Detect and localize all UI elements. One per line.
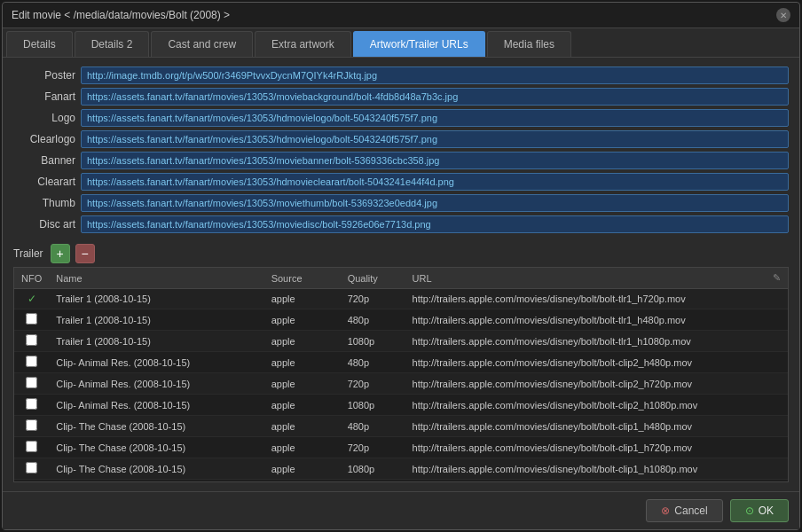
nfo-cell xyxy=(14,395,49,416)
nfo-cell: ✓ xyxy=(14,289,49,309)
nfo-cell xyxy=(14,309,49,331)
banner-row: Banner xyxy=(13,152,789,169)
logo-input[interactable] xyxy=(81,109,789,127)
edit-cell xyxy=(766,373,788,395)
nfo-checkbox[interactable] xyxy=(26,441,37,452)
table-header-row: NFO Name Source Quality URL ✎ xyxy=(14,268,788,289)
table-row: Trailer 1 (2008-10-15)apple480phttp://tr… xyxy=(14,309,788,331)
source-cell: apple xyxy=(264,395,341,416)
edit-cell xyxy=(766,331,788,352)
url-cell: http://trailers.apple.com/movies/disney/… xyxy=(405,458,766,480)
col-name: Name xyxy=(49,268,263,289)
discart-input[interactable] xyxy=(81,215,789,233)
source-cell: YouTube xyxy=(264,480,341,483)
remove-trailer-button[interactable]: − xyxy=(75,244,95,263)
nfo-checkbox[interactable] xyxy=(26,377,37,388)
edit-movie-dialog: Edit movie < /media/data/movies/Bolt (20… xyxy=(2,2,800,530)
close-button[interactable]: ✕ xyxy=(776,8,790,22)
trailer-header: Trailer + − xyxy=(13,244,789,263)
source-cell: apple xyxy=(264,289,341,309)
quality-cell: 720p xyxy=(341,289,405,309)
ok-label: OK xyxy=(759,505,774,517)
tab-media-files[interactable]: Media files xyxy=(487,31,571,57)
fanart-input[interactable] xyxy=(81,88,789,106)
table-row: Clip- Animal Res. (2008-10-15)apple720ph… xyxy=(14,373,788,395)
tab-details2[interactable]: Details 2 xyxy=(75,31,150,57)
col-quality: Quality xyxy=(341,268,405,289)
trailer-table-wrapper: NFO Name Source Quality URL ✎ ✓Trailer 1… xyxy=(13,267,789,482)
cancel-button[interactable]: ⊗ Cancel xyxy=(646,499,722,522)
nfo-cell xyxy=(14,352,49,373)
edit-cell xyxy=(766,437,788,458)
source-cell: apple xyxy=(264,373,341,395)
tab-cast-crew[interactable]: Cast and crew xyxy=(151,31,253,57)
edit-cell xyxy=(766,289,788,309)
url-cell: http://trailers.apple.com/movies/disney/… xyxy=(405,331,766,352)
table-row: Clip- The Chase (2008-10-15)apple720phtt… xyxy=(14,437,788,458)
footer: ⊗ Cancel ⊙ OK xyxy=(3,491,799,529)
discart-row: Disc art xyxy=(13,215,789,233)
banner-input[interactable] xyxy=(81,152,789,169)
url-cell: http://trailers.apple.com/movies/disney/… xyxy=(405,395,766,416)
tab-extra-artwork[interactable]: Extra artwork xyxy=(255,31,351,57)
col-source: Source xyxy=(264,268,341,289)
tab-artwork-trailer[interactable]: Artwork/Trailer URLs xyxy=(353,31,485,57)
name-cell: Clip- Animal Res. (2008-10-15) xyxy=(49,395,263,416)
nfo-cell xyxy=(14,416,49,437)
clearart-label: Clearart xyxy=(13,176,75,188)
logo-row: Logo xyxy=(13,109,789,127)
source-cell: apple xyxy=(264,458,341,480)
table-row: Trailer 1 (2008-10-15)apple1080phttp://t… xyxy=(14,331,788,352)
nfo-checkbox[interactable] xyxy=(26,462,37,473)
url-cell: http://trailers.apple.com/movies/disney/… xyxy=(405,437,766,458)
nfo-checkbox[interactable] xyxy=(26,334,37,346)
col-url: URL xyxy=(405,268,766,289)
name-cell: Clip- The Chase (2008-10-15) xyxy=(49,416,263,437)
artwork-fields: Poster Fanart Logo Clearlogo Banner xyxy=(13,66,789,233)
poster-label: Poster xyxy=(13,69,75,82)
source-cell: apple xyxy=(264,416,341,437)
nfo-checkbox[interactable] xyxy=(26,313,37,325)
name-cell: Trailer 1 (2008-10-15) xyxy=(49,289,263,309)
clearlogo-label: Clearlogo xyxy=(13,133,75,145)
quality-cell: 720p xyxy=(341,373,405,395)
name-cell: Trailer 1 (2008-10-15) xyxy=(49,331,263,352)
source-cell: apple xyxy=(264,437,341,458)
nfo-checkbox[interactable] xyxy=(26,398,37,410)
poster-row: Poster xyxy=(13,66,789,84)
nfo-checkbox[interactable] xyxy=(26,419,37,431)
name-cell: Clip- The Chase (2008-10-15) xyxy=(49,458,263,480)
nfo-checkbox[interactable] xyxy=(26,356,37,367)
source-cell: apple xyxy=(264,352,341,373)
table-row: ✓Trailer 1 (2008-10-15)apple720phttp://t… xyxy=(14,289,788,309)
title-bar: Edit movie < /media/data/movies/Bolt (20… xyxy=(3,3,799,28)
tab-details[interactable]: Details xyxy=(6,31,73,57)
col-nfo: NFO xyxy=(14,268,49,289)
banner-label: Banner xyxy=(13,154,75,167)
quality-cell: 480p xyxy=(341,416,405,437)
poster-input[interactable] xyxy=(81,66,789,84)
quality-cell: 1080p xyxy=(341,458,405,480)
name-cell: Clip- The Chase (2008-10-15) xyxy=(49,437,263,458)
clearlogo-input[interactable] xyxy=(81,130,789,148)
edit-cell xyxy=(766,395,788,416)
source-cell: apple xyxy=(264,309,341,331)
thumb-row: Thumb xyxy=(13,194,789,212)
trailer-table-body: ✓Trailer 1 (2008-10-15)apple720phttp://t… xyxy=(14,289,788,483)
logo-label: Logo xyxy=(13,112,75,124)
thumb-label: Thumb xyxy=(13,197,75,209)
cancel-icon: ⊗ xyxy=(661,505,670,517)
ok-button[interactable]: ⊙ OK xyxy=(730,499,789,522)
thumb-input[interactable] xyxy=(81,194,789,212)
edit-cell xyxy=(766,458,788,480)
url-cell: http://trailers.apple.com/movies/disney/… xyxy=(405,309,766,331)
name-cell: Clip- Animal Res. (2008-10-15) xyxy=(49,352,263,373)
edit-cell xyxy=(766,480,788,483)
url-cell: http://trailers.apple.com/movies/disney/… xyxy=(405,416,766,437)
clearart-input[interactable] xyxy=(81,173,789,191)
add-trailer-button[interactable]: + xyxy=(51,244,70,263)
clearart-row: Clearart xyxy=(13,173,789,191)
table-row: Clip- Animal Res. (2008-10-15)apple480ph… xyxy=(14,352,788,373)
edit-cell xyxy=(766,416,788,437)
source-cell: apple xyxy=(264,331,341,352)
